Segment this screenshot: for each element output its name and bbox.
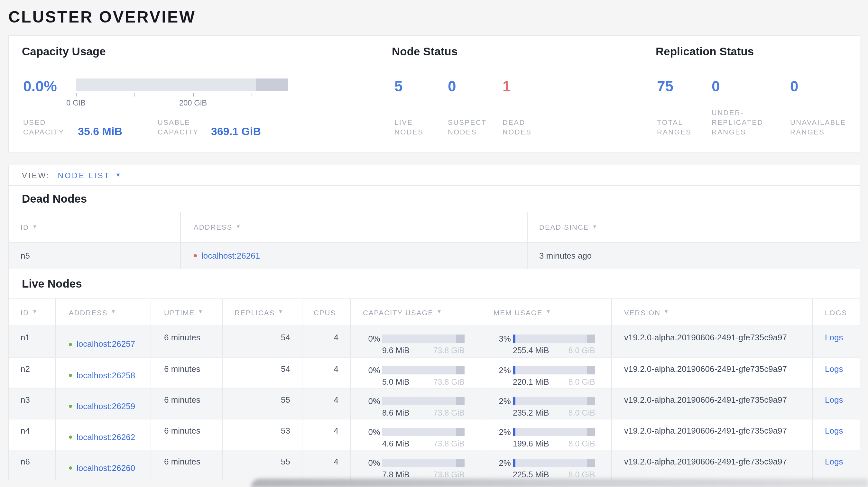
sort-desc-icon: ▼ <box>592 224 598 229</box>
node-live-dot <box>69 374 72 377</box>
capacity-total-value: 73.8 GiB <box>433 470 465 479</box>
dead-nodes-section: Dead Nodes <box>9 186 860 212</box>
column-header-address[interactable]: ADDRESS ▼ <box>56 299 151 326</box>
capacity-used-value: 4.6 MiB <box>382 440 409 448</box>
mem-bar-end-cap <box>587 459 595 467</box>
mem-bar-used-fill <box>513 397 516 405</box>
logs-link[interactable]: Logs <box>825 426 843 435</box>
capacity-usage-bar <box>76 78 288 91</box>
sort-desc-icon: ▼ <box>111 309 117 315</box>
sort-desc-icon: ▼ <box>664 309 670 315</box>
node-live-dot <box>69 466 72 469</box>
under-replicated-ranges-stat: 0 UNDER- REPLICATED RANGES <box>712 76 790 137</box>
sort-desc-icon: ▼ <box>32 309 38 315</box>
node-version: v19.2.0-alpha.20190606-2491-gfe735c9a97 <box>612 389 813 419</box>
mem-used-value: 220.1 MiB <box>513 378 549 387</box>
mem-percent: 2% <box>481 458 511 468</box>
capacity-percent: 0% <box>351 365 380 375</box>
mem-used-value: 255.4 MiB <box>513 346 549 355</box>
logs-link[interactable]: Logs <box>825 333 843 342</box>
mem-usage-cell: 3% 255.4 MiB 8.0 GiB <box>481 326 612 357</box>
view-bar: VIEW: NODE LIST ▼ <box>9 165 860 186</box>
capacity-percent: 0% <box>351 396 380 406</box>
column-header-uptime[interactable]: UPTIME ▼ <box>151 299 223 326</box>
node-cpus: 4 <box>302 389 351 419</box>
node-replicas: 55 <box>223 450 302 481</box>
sort-desc-icon: ▼ <box>278 309 284 315</box>
column-header-address[interactable]: ADDRESS ▼ <box>181 212 528 242</box>
usable-capacity-stat: USABLE CAPACITY 369.1 GiB <box>158 118 261 137</box>
mem-used-value: 199.6 MiB <box>513 440 549 448</box>
view-label: VIEW: <box>22 171 50 180</box>
node-dead-dot <box>194 254 197 257</box>
dead-nodes-table-header: ID ▼ ADDRESS ▼ DEAD SINCE ▼ <box>9 212 860 242</box>
mem-bar-used-fill <box>513 366 516 375</box>
node-address-link[interactable]: localhost:26260 <box>76 462 135 475</box>
column-header-capacity-usage[interactable]: CAPACITY USAGE ▼ <box>351 299 481 326</box>
node-address-cell: localhost:26259 <box>56 389 151 419</box>
node-id: n4 <box>9 419 56 450</box>
capacity-usage-bar <box>382 366 465 375</box>
node-version: v19.2.0-alpha.20190606-2491-gfe735c9a97 <box>612 358 813 388</box>
axis-tick <box>76 93 76 97</box>
capacity-percent: 0% <box>351 458 380 468</box>
node-status-heading: Node Status <box>392 45 458 59</box>
node-cpus: 4 <box>302 358 351 388</box>
capacity-total-value: 73.8 GiB <box>433 346 465 355</box>
column-header-id[interactable]: ID ▼ <box>9 212 181 242</box>
column-header-dead-since[interactable]: DEAD SINCE ▼ <box>528 212 860 242</box>
node-address-link[interactable]: localhost:26258 <box>76 369 135 382</box>
mem-usage-bar <box>513 428 595 436</box>
dead-nodes-stat: 1 DEAD NODES <box>502 76 567 137</box>
mem-usage-cell: 2% 235.2 MiB 8.0 GiB <box>481 389 612 419</box>
sort-desc-icon: ▼ <box>437 309 442 315</box>
capacity-used-value: 9.6 MiB <box>382 346 409 355</box>
node-uptime: 6 minutes <box>151 419 223 450</box>
total-ranges-stat: 75 TOTAL RANGES <box>657 76 712 137</box>
node-version: v19.2.0-alpha.20190606-2491-gfe735c9a97 <box>612 419 813 450</box>
column-header-mem-usage[interactable]: MEM USAGE ▼ <box>481 299 612 326</box>
capacity-usage-cell: 0% 9.6 MiB 73.8 GiB <box>351 326 481 357</box>
sort-desc-icon: ▼ <box>236 224 241 229</box>
logs-link[interactable]: Logs <box>825 395 843 404</box>
column-header-version[interactable]: VERSION ▼ <box>612 299 813 326</box>
mem-bar-end-cap <box>587 397 595 405</box>
view-mode-selected: NODE LIST <box>58 171 110 180</box>
node-live-dot <box>69 404 72 408</box>
page-title: CLUSTER OVERVIEW <box>8 8 196 26</box>
logs-cell: Logs <box>813 450 860 481</box>
mem-percent: 2% <box>481 365 511 375</box>
node-address-link[interactable]: localhost:26259 <box>76 400 135 413</box>
logs-link[interactable]: Logs <box>825 457 843 466</box>
mem-percent: 2% <box>481 427 511 437</box>
node-address-link[interactable]: localhost:26257 <box>76 338 135 351</box>
capacity-total-value: 73.8 GiB <box>433 409 465 418</box>
mem-bar-used-fill <box>513 428 516 436</box>
node-address-link[interactable]: localhost:26262 <box>76 431 135 444</box>
mem-bar-end-cap <box>587 334 595 343</box>
usable-capacity-value: 369.1 GiB <box>211 127 261 137</box>
node-version: v19.2.0-alpha.20190606-2491-gfe735c9a97 <box>612 326 813 357</box>
suspect-nodes-stat: 0 SUSPECT NODES <box>448 76 502 137</box>
view-mode-dropdown[interactable]: NODE LIST ▼ <box>58 171 123 180</box>
node-version: v19.2.0-alpha.20190606-2491-gfe735c9a97 <box>612 450 813 481</box>
node-list-card: VIEW: NODE LIST ▼ Dead Nodes ID ▼ ADDRES… <box>8 165 860 481</box>
logs-link[interactable]: Logs <box>825 364 843 374</box>
logs-cell: Logs <box>813 358 860 388</box>
node-cpus: 4 <box>302 450 351 481</box>
table-row: n4 localhost:26262 6 minutes 53 4 0% <box>9 419 860 450</box>
node-replicas: 54 <box>223 326 302 357</box>
table-row: n1 localhost:26257 6 minutes 54 4 0% <box>9 326 860 357</box>
node-address-link[interactable]: localhost:26261 <box>202 251 260 261</box>
capacity-bar-end-cap <box>456 428 465 436</box>
mem-bar-end-cap <box>587 428 595 436</box>
column-header-replicas[interactable]: REPLICAS ▼ <box>223 299 302 326</box>
capacity-usage-cell: 0% 7.8 MiB 73.8 GiB <box>351 450 481 481</box>
live-nodes-heading: Live Nodes <box>22 277 82 290</box>
node-address-cell: localhost:26257 <box>56 326 151 357</box>
column-header-id[interactable]: ID ▼ <box>9 299 56 326</box>
node-live-dot <box>69 435 72 439</box>
node-replicas: 53 <box>223 419 302 450</box>
node-address-cell: localhost:26262 <box>56 419 151 450</box>
used-capacity-label: USED CAPACITY <box>23 118 78 137</box>
